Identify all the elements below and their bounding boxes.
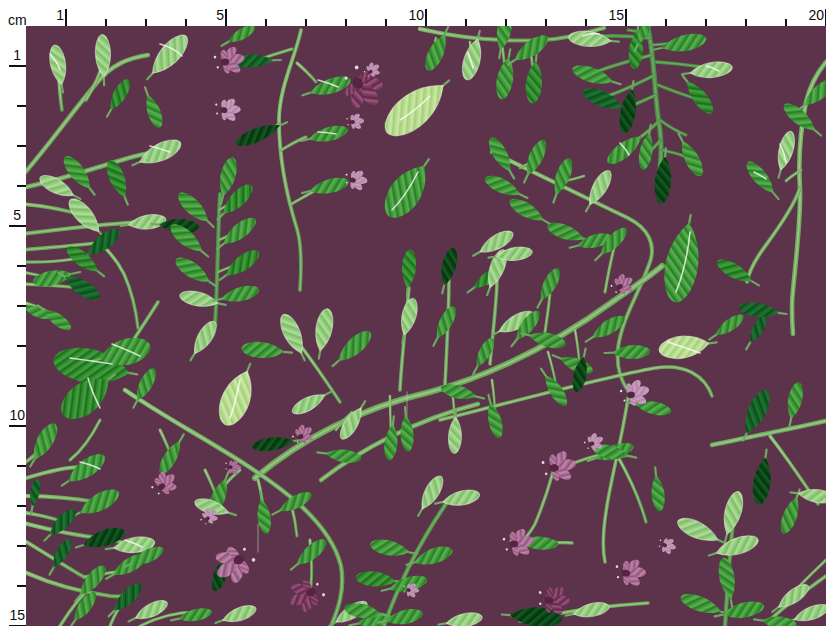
svg-text:5: 5 bbox=[216, 7, 224, 23]
svg-text:20: 20 bbox=[808, 7, 824, 23]
svg-text:5: 5 bbox=[13, 207, 21, 223]
svg-text:1: 1 bbox=[56, 7, 64, 23]
svg-text:15: 15 bbox=[608, 7, 624, 23]
svg-text:10: 10 bbox=[9, 407, 25, 423]
svg-text:1: 1 bbox=[13, 47, 21, 63]
svg-text:cm: cm bbox=[8, 12, 27, 28]
svg-text:15: 15 bbox=[9, 607, 25, 623]
svg-text:10: 10 bbox=[408, 7, 424, 23]
